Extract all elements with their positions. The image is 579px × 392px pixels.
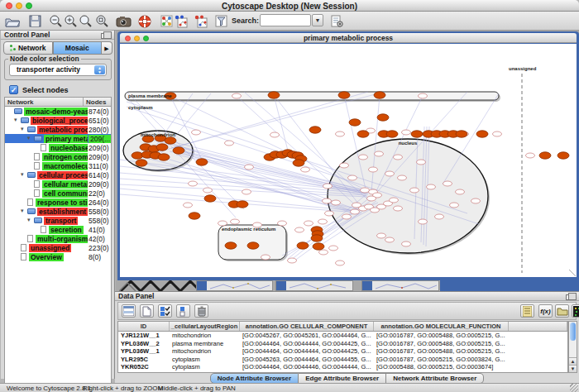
scroll-down-button[interactable]: ▼ [569, 365, 577, 372]
network-node[interactable] [367, 196, 376, 201]
canvas-resize-grip[interactable] [574, 275, 576, 276]
tree-row[interactable]: ▾cellular process614(0) [5, 170, 111, 179]
table-cell[interactable]: [GO:0016787, GO:0005488, GO:0005215, G..… [374, 340, 509, 348]
network-node-selected[interactable] [173, 147, 184, 154]
network-node-selected[interactable] [374, 92, 385, 98]
disclosure-triangle-icon[interactable]: ▾ [14, 117, 17, 123]
table-column-header[interactable]: annotation.GO MOLECULAR_FUNCTION [374, 322, 509, 331]
network-node[interactable] [417, 160, 426, 165]
network-node[interactable] [184, 203, 193, 208]
table-row[interactable]: YLR295Ccytoplasm[GO:0045263, GO:0044464,… [118, 356, 567, 364]
table-cell[interactable]: YLR295C [118, 356, 170, 364]
matrix-icon[interactable] [572, 304, 579, 318]
network-node[interactable] [402, 130, 411, 135]
tree-row[interactable]: response to stimulu264(0) [5, 198, 111, 207]
tree-row-label[interactable]: secretion [49, 226, 84, 234]
network-node-selected[interactable] [557, 152, 569, 159]
tree-row-label[interactable]: response to stimulu [36, 198, 88, 207]
network-node[interactable] [261, 255, 270, 260]
zoom-fit-icon[interactable] [93, 13, 111, 29]
network-node-selected[interactable] [377, 114, 389, 121]
table-row[interactable]: YPL036W__1mitochondrion[GO:0044464, GO:0… [118, 347, 567, 356]
tree-row-label[interactable]: mosaic-demo-yeast [24, 108, 88, 116]
network-node[interactable] [301, 167, 310, 172]
network-node[interactable] [342, 214, 352, 219]
network-node[interactable] [203, 188, 213, 193]
network-node[interactable] [402, 241, 411, 246]
network-node[interactable] [385, 237, 395, 242]
network-node-selected[interactable] [189, 213, 200, 219]
network-node[interactable] [245, 165, 254, 170]
disclosure-triangle-icon[interactable]: ▾ [21, 171, 24, 178]
tree-row-label[interactable]: nucleobase- [49, 144, 88, 152]
tree-row[interactable]: ▾metabolic process280(0) [5, 125, 111, 134]
network-node[interactable] [419, 219, 428, 224]
network-node-selected[interactable] [237, 201, 248, 208]
network-node[interactable] [340, 163, 349, 168]
network-canvas[interactable]: plasma membranecytoplasmmitochondrionnuc… [120, 44, 577, 277]
tree-row-label[interactable]: nitrogen compo [42, 153, 88, 161]
network-node-selected[interactable] [386, 131, 398, 137]
formula-icon[interactable]: f(x) [538, 304, 553, 318]
minimized-window[interactable] [361, 280, 439, 291]
network-node-selected[interactable] [539, 152, 551, 159]
search-input[interactable] [260, 14, 311, 26]
table-column-header[interactable]: annotation.GO CELLULAR_COMPONENT [240, 322, 374, 331]
network-node[interactable] [351, 209, 360, 214]
network-node-selected[interactable] [293, 160, 304, 166]
network-node[interactable] [329, 246, 338, 251]
network-node[interactable] [332, 200, 341, 205]
resize-grip[interactable] [570, 384, 578, 392]
disclosure-triangle-icon[interactable]: ▾ [21, 126, 24, 132]
tree-row-label[interactable]: cellular process [37, 171, 88, 179]
network-node[interactable] [375, 151, 384, 156]
network-node[interactable] [192, 130, 201, 135]
network-node[interactable] [359, 155, 368, 160]
network-node[interactable] [394, 206, 403, 211]
tree-column-nodes[interactable]: Nodes [84, 98, 108, 106]
tree-row[interactable]: cell communicat22(0) [5, 189, 111, 198]
compartment-plasma-membrane[interactable] [125, 92, 499, 100]
table-cell[interactable]: [GO:0005488, GO:0005215, GO:0003674] [374, 363, 509, 371]
tree-row[interactable]: ▾primary metabo209(... [5, 134, 111, 143]
tree-row-label[interactable]: cell communicat [42, 189, 88, 198]
network-node[interactable] [318, 219, 328, 224]
network-node[interactable] [348, 175, 357, 180]
tree-row-label[interactable]: macromolecule [42, 162, 88, 170]
network-node-selected[interactable] [309, 127, 321, 133]
network-node[interactable] [394, 155, 403, 160]
table-cell[interactable]: plasma membrane [170, 340, 240, 348]
node-color-dropdown[interactable]: transporter activity ▲▼ [9, 64, 107, 76]
network-node-selected[interactable] [456, 131, 467, 137]
network-node-selected[interactable] [156, 144, 168, 151]
network-node[interactable] [218, 221, 227, 226]
tree-row[interactable]: macromolecule311(0) [5, 161, 111, 170]
network-node[interactable] [450, 203, 459, 208]
help-lifesaver-icon[interactable] [136, 13, 154, 29]
network-node-selected[interactable] [247, 242, 259, 249]
tree-header[interactable]: Network Nodes [4, 97, 112, 107]
tree-row-label[interactable]: cellular metabo [42, 180, 88, 189]
network-node[interactable] [231, 219, 240, 224]
network-node-selected[interactable] [313, 243, 324, 250]
tab-network[interactable]: Network [3, 41, 53, 55]
table-column-header[interactable]: ID [118, 322, 170, 331]
network-node[interactable] [336, 261, 345, 265]
tree-row[interactable]: mosaic-demo-yeast874(0) [5, 107, 111, 116]
network-node[interactable] [336, 131, 345, 136]
tree-row-label[interactable]: multi-organism pro [36, 235, 88, 243]
network-node-selected[interactable] [268, 92, 280, 98]
network-node-selected[interactable] [158, 154, 170, 160]
table-row[interactable]: YPL036W__2plasma membrane[GO:0044464, GO… [118, 340, 567, 348]
table-cell[interactable]: YPL036W__2 [118, 340, 170, 348]
tab-mosaic[interactable]: Mosaic [53, 41, 103, 55]
network-node[interactable] [319, 250, 328, 255]
table-cell[interactable]: [GO:0045263, GO:0044464, GO:0044455, G..… [240, 356, 374, 364]
tree-row[interactable]: ▾biological_process651(0) [5, 116, 111, 125]
unselect-attributes-icon[interactable] [176, 304, 190, 318]
table-cell[interactable]: YPL036W__1 [118, 347, 170, 356]
layout-nodes-blue-icon[interactable] [172, 13, 190, 29]
network-node[interactable] [361, 188, 370, 193]
network-node[interactable] [526, 153, 535, 158]
network-node-selected[interactable] [204, 195, 216, 202]
